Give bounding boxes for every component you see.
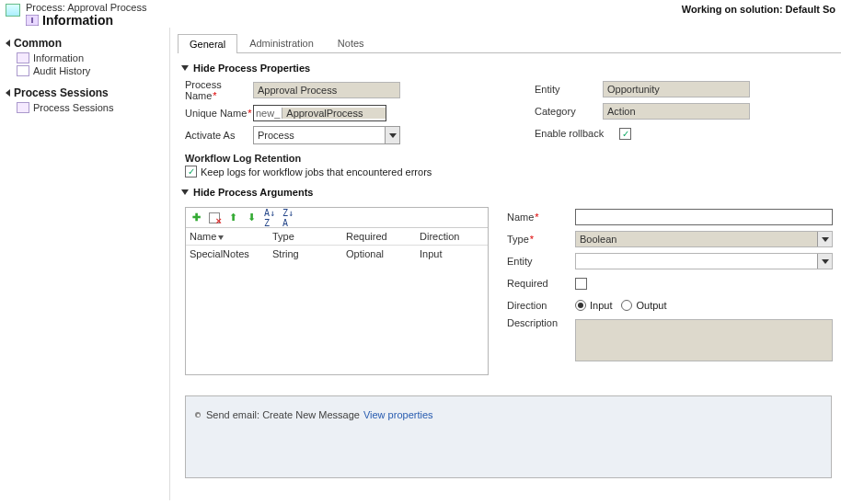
keep-logs-label: Keep logs for workflow jobs that encount… [201, 166, 432, 178]
step-label: Send email: Create New Message [206, 409, 360, 420]
argument-row[interactable]: SpecialNotes String Optional Input [186, 246, 488, 262]
unique-name-field[interactable]: new_ ApprovalProcess [253, 105, 386, 121]
chevron-down-icon [817, 232, 832, 246]
information-icon [17, 52, 29, 63]
svg-rect-1 [31, 17, 33, 23]
tab-strip: General Administration Notes [178, 33, 841, 53]
activate-as-select[interactable]: Process [253, 126, 400, 144]
sort-asc-button[interactable]: A↓Z [263, 212, 276, 224]
category-label: Category [535, 106, 603, 117]
step-bullet-icon [195, 412, 201, 418]
arg-description-label: Description [507, 317, 575, 328]
view-properties-link[interactable]: View properties [363, 409, 433, 420]
activate-as-label: Activate As [185, 130, 253, 141]
chevron-down-icon [385, 127, 399, 143]
arg-entity-label: Entity [507, 256, 575, 267]
tab-notes[interactable]: Notes [326, 33, 376, 52]
sidebar-item-information[interactable]: Information [0, 52, 169, 64]
enable-rollback-label: Enable rollback [535, 128, 619, 139]
entity-field: Opportunity [603, 81, 750, 97]
move-down-button[interactable]: ⬇ [245, 212, 258, 224]
arguments-grid: ✚ ⬆ ⬇ A↓Z Z↓A Name Type Required Directi… [185, 207, 489, 375]
sessions-icon [17, 102, 29, 113]
grid-header-required[interactable]: Required [346, 231, 420, 242]
sidebar-item-audit-history[interactable]: Audit History [0, 64, 169, 77]
chevron-down-icon [817, 254, 832, 269]
arg-direction-output-radio[interactable] [621, 300, 632, 311]
workflow-log-retention-header: Workflow Log Retention [185, 153, 509, 164]
grid-header-name[interactable]: Name [190, 231, 272, 242]
arg-entity-select[interactable] [575, 253, 833, 269]
tab-general[interactable]: General [178, 34, 237, 53]
arg-direction-label: Direction [507, 300, 575, 311]
sort-desc-button[interactable]: Z↓A [282, 212, 294, 224]
step-row[interactable]: Send email: Create New Message View prop… [195, 409, 822, 420]
sidebar-section-process-sessions[interactable]: Process Sessions [0, 85, 169, 101]
solution-context: Working on solution: Default So [682, 2, 835, 28]
arg-type-label: Type* [507, 234, 575, 245]
audit-icon [17, 65, 29, 76]
tab-administration[interactable]: Administration [237, 33, 326, 52]
grid-header-direction[interactable]: Direction [420, 231, 484, 242]
unique-name-prefix: new_ [254, 108, 282, 119]
grid-header-type[interactable]: Type [272, 231, 346, 242]
section-toggle-arguments[interactable]: Hide Process Arguments [181, 187, 841, 198]
sidebar-section-common[interactable]: Common [0, 35, 169, 52]
arg-direction-input-label: Input [590, 300, 612, 311]
steps-designer: Send email: Create New Message View prop… [185, 395, 832, 478]
unique-name-label: Unique Name* [185, 108, 253, 119]
page-title: Information [42, 13, 113, 28]
arg-name-label: Name* [507, 212, 575, 223]
caret-icon [6, 89, 10, 97]
process-app-icon [6, 4, 20, 17]
process-name-field[interactable]: Approval Process [253, 82, 400, 98]
information-icon [26, 15, 39, 26]
arg-required-checkbox[interactable] [575, 278, 587, 290]
category-field: Action [603, 103, 750, 120]
move-up-button[interactable]: ⬆ [226, 212, 239, 224]
sidebar: Common Information Audit History Process… [0, 28, 170, 500]
add-argument-button[interactable]: ✚ [190, 212, 202, 224]
arg-direction-input-radio[interactable] [575, 300, 586, 311]
chevron-down-icon [181, 65, 189, 71]
arg-name-input[interactable] [575, 209, 833, 225]
arg-required-label: Required [507, 278, 575, 289]
delete-argument-button[interactable] [208, 212, 221, 224]
section-toggle-properties[interactable]: Hide Process Properties [181, 63, 841, 74]
arg-description-input[interactable] [575, 319, 833, 361]
chevron-down-icon [181, 189, 189, 195]
enable-rollback-checkbox[interactable] [619, 128, 631, 140]
caret-icon [6, 40, 10, 47]
process-name-label: Process Name* [185, 79, 253, 101]
sidebar-item-process-sessions[interactable]: Process Sessions [0, 101, 169, 114]
process-breadcrumb: Process: Approval Process [26, 2, 146, 13]
arg-type-select[interactable]: Boolean [575, 231, 833, 247]
entity-label: Entity [535, 84, 603, 95]
arg-direction-output-label: Output [636, 300, 666, 311]
keep-logs-checkbox[interactable] [185, 166, 197, 178]
